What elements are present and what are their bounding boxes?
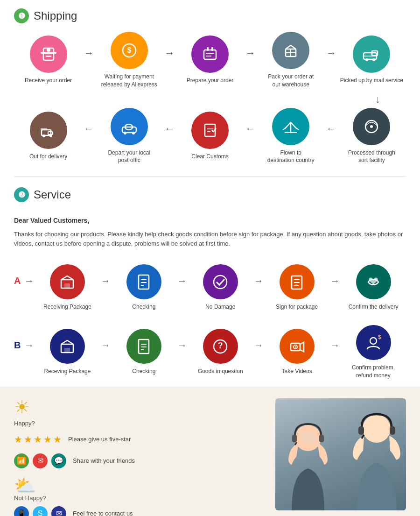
pack-order-label: Pack your order atour warehouse <box>268 73 314 89</box>
flow-item-waiting: $ Waiting for paymentreleased by Aliexpr… <box>95 32 163 89</box>
flow-item-customs: Clear Customs <box>175 112 244 161</box>
svg-rect-38 <box>64 283 70 288</box>
shipping-title: ❶ Shipping <box>14 8 406 23</box>
prepare-order-label: Prepare your order <box>187 77 234 85</box>
processed-sort-label: Processed throughsort facility <box>348 149 395 165</box>
person-right <box>350 412 404 510</box>
out-delivery-icon <box>30 112 67 149</box>
flow-b-label: B <box>14 340 21 365</box>
depart-post-icon <box>111 108 148 145</box>
flow-item-receive: Receive your order <box>14 35 83 85</box>
a-confirm-item: Confirm the delivery <box>341 264 406 311</box>
sun-icon: ☀ <box>14 398 30 416</box>
svg-point-65 <box>363 415 391 443</box>
b-receiving-item: Receving Package <box>35 329 100 375</box>
b-videos-icon <box>280 329 315 364</box>
svg-rect-9 <box>207 47 209 51</box>
b-arrow1: → <box>101 340 110 365</box>
section-divider-1 <box>14 176 406 177</box>
processed-sort-icon <box>353 108 390 145</box>
service-flow-b: B → Receving Package → Checking → ? Good… <box>0 318 420 382</box>
b-checking-item: Checking <box>111 329 176 375</box>
service-title: ❷ Service <box>14 187 406 202</box>
svg-rect-63 <box>319 435 324 442</box>
arrow-r2-3: ← <box>245 123 256 149</box>
a-checking-label: Checking <box>132 303 155 311</box>
happy-row: ☀ <box>14 398 266 416</box>
a-receiving-item: Receiving Package <box>35 264 100 311</box>
a-sign-icon <box>280 264 315 299</box>
happy-label: Happy? <box>14 420 266 427</box>
receive-order-label: Receive your order <box>25 77 72 85</box>
share-text: Share with your friends <box>73 457 135 464</box>
a-confirm-icon <box>356 264 391 299</box>
depart-post-label: Depart your localpost offic <box>108 149 150 165</box>
not-happy-label: Not Happy? <box>14 495 266 502</box>
svg-point-43 <box>214 276 227 289</box>
a-arrow3: → <box>254 276 263 300</box>
b-goods-icon: ? <box>203 329 238 364</box>
b-arrow3: → <box>254 340 263 365</box>
b-checking-icon <box>126 329 161 364</box>
flow-item-outdelivery: Out for delivery <box>14 112 83 161</box>
svg-rect-67 <box>390 426 395 435</box>
shipping-title-text: Shipping <box>34 9 77 22</box>
flow-item-pickup: Picked up by mail service <box>337 35 406 85</box>
flow-item-prepare: Prepare your order <box>175 35 244 85</box>
b-refund-label: Confirm problem,refund money <box>352 364 395 380</box>
mail-icon: ✉ <box>33 453 48 468</box>
email-icon: ✉ <box>51 506 66 516</box>
service-body: Thanks for choosing our products. Please… <box>14 230 406 249</box>
support-photo <box>275 398 406 516</box>
arrow2: → <box>164 47 175 73</box>
chat-icon: 💬 <box>51 453 66 468</box>
waiting-payment-icon: $ <box>111 32 148 69</box>
a-nodamage-item: No Damage <box>188 264 253 311</box>
a-receiving-label: Receiving Package <box>43 303 91 311</box>
shipping-row1: Receive your order → $ Waiting for payme… <box>14 32 406 89</box>
wifi-icon: 📶 <box>14 453 29 468</box>
b-arrow4: → <box>330 340 340 365</box>
star2: ★ <box>24 434 32 445</box>
b-receiving-label: Receving Package <box>44 368 91 375</box>
a-confirm-label: Confirm the delivery <box>349 303 399 311</box>
flow-item-depart: Depart your localpost offic <box>95 108 163 165</box>
a-arrow2: → <box>177 276 187 300</box>
receive-order-icon <box>30 35 67 73</box>
svg-point-27 <box>132 132 135 134</box>
star1: ★ <box>14 434 22 445</box>
service-title-text: Service <box>34 188 71 201</box>
star5: ★ <box>53 434 62 445</box>
service-num: ❷ <box>14 187 29 202</box>
flow-a-start-arrow: → <box>24 276 34 300</box>
waiting-payment-label: Waiting for paymentreleased by Aliexpres… <box>101 73 157 89</box>
svg-point-16 <box>365 58 368 61</box>
pickup-mail-label: Picked up by mail service <box>340 77 403 85</box>
b-refund-item: $ Confirm problem,refund money <box>341 325 406 380</box>
flow-item-pack: Pack your order atour warehouse <box>257 32 325 89</box>
shipping-section: ❶ Shipping Receive your order → $ Waitin… <box>0 0 420 174</box>
svg-point-58 <box>370 338 377 344</box>
phone-icon: 📱 <box>14 506 29 516</box>
person-left <box>285 422 331 510</box>
clear-customs-label: Clear Customs <box>191 153 228 161</box>
svg-rect-66 <box>358 426 364 435</box>
star-row: ★ ★ ★ ★ ★ <box>14 434 62 445</box>
b-goods-item: ? Goods in question <box>188 329 253 375</box>
cloud-icon: ⛅ <box>14 477 266 495</box>
prepare-order-icon <box>191 35 229 73</box>
a-sign-label: Sign for package <box>276 303 318 311</box>
flown-destination-label: Flown todestination country <box>267 149 315 165</box>
svg-rect-10 <box>211 47 213 51</box>
a-nodamage-icon <box>203 264 238 299</box>
arrow4: → <box>326 47 336 73</box>
svg-point-57 <box>295 346 296 347</box>
five-star-row: ★ ★ ★ ★ ★ Please give us five-star <box>14 434 266 445</box>
down-arrow: ↓ <box>14 93 406 106</box>
b-videos-item: Take Videos <box>264 329 329 375</box>
a-nodamage-label: No Damage <box>205 303 235 311</box>
svg-point-17 <box>372 58 375 61</box>
flow-item-flown: Flown todestination country <box>257 108 325 165</box>
shipping-row2: Out for delivery ← Depart your localpost… <box>14 108 406 165</box>
five-star-text: Please give us five-star <box>68 436 131 443</box>
